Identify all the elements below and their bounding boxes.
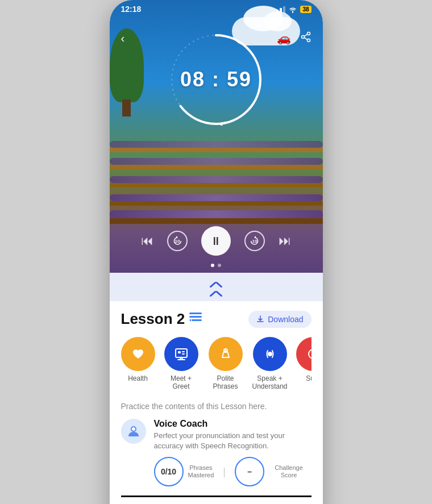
- car-icon[interactable]: 🚗: [277, 31, 291, 45]
- media-controls: ⏮ 10 ⏸ 10 ⏭: [110, 226, 323, 256]
- voice-coach-avatar: [121, 419, 146, 444]
- rewind-button[interactable]: 10: [167, 231, 188, 251]
- video-area: ‹ 🚗 // W: [110, 0, 323, 273]
- timer-container: // We'll draw ticks via the template inl…: [165, 28, 267, 131]
- challenge-score-circle[interactable]: –: [235, 457, 264, 486]
- collapse-icon: [208, 278, 224, 295]
- category-su[interactable]: Su...: [296, 337, 311, 390]
- share-icon[interactable]: [300, 31, 311, 45]
- svg-point-3: [307, 32, 310, 35]
- pause-button[interactable]: ⏸: [201, 226, 231, 256]
- status-bar: 12:18 38: [110, 0, 323, 16]
- stat-separator: |: [223, 466, 226, 478]
- category-circle-health: [121, 337, 155, 371]
- voice-coach-card: Voice Coach Perfect your pronunciation a…: [121, 419, 311, 486]
- back-button[interactable]: ‹: [121, 32, 125, 45]
- content-area: Lesson 2 Download: [110, 301, 323, 504]
- rewind-label: 10: [175, 239, 180, 244]
- svg-point-21: [268, 352, 272, 356]
- svg-point-4: [301, 36, 304, 39]
- category-circle-speak: [253, 337, 287, 371]
- forward-button[interactable]: 10: [244, 231, 265, 251]
- svg-rect-1: [280, 8, 282, 13]
- lesson-title-row: Lesson 2: [121, 310, 202, 328]
- challenge-score-value: –: [247, 467, 252, 476]
- phrases-mastered-label: PhrasesMastered: [188, 464, 214, 479]
- lavender-field: [110, 114, 323, 227]
- phrases-label-container: PhrasesMastered: [188, 464, 214, 479]
- phone-frame: 12:18 38: [110, 0, 323, 504]
- svg-rect-14: [176, 349, 187, 357]
- categories-row: Health Meet + Greet: [121, 337, 311, 395]
- signal-icon: [276, 5, 285, 13]
- list-icon[interactable]: [189, 313, 202, 326]
- lesson-title: Lesson 2: [121, 310, 185, 328]
- category-speak[interactable]: Speak + Understand: [252, 337, 288, 390]
- svg-rect-11: [189, 313, 202, 314]
- svg-line-6: [304, 34, 307, 36]
- lesson-header: Lesson 2 Download: [121, 310, 311, 328]
- category-circle-su: [296, 337, 311, 371]
- category-meet-greet[interactable]: Meet + Greet: [163, 337, 200, 390]
- wifi-icon: [288, 5, 297, 13]
- svg-rect-16: [182, 351, 185, 352]
- practice-text: Practice the contents of this Lesson her…: [121, 402, 311, 411]
- category-health[interactable]: Health: [121, 337, 155, 390]
- challenge-score-label: Challenge Score: [269, 464, 309, 479]
- voice-coach-info: Voice Coach Perfect your pronunciation a…: [154, 419, 311, 486]
- svg-rect-15: [178, 351, 181, 353]
- svg-point-22: [309, 349, 311, 359]
- pause-icon: ⏸: [210, 235, 222, 248]
- svg-point-24: [132, 427, 135, 431]
- dot-1: [211, 264, 214, 267]
- category-label-health: Health: [128, 374, 148, 382]
- nav-right: 🚗: [277, 31, 311, 45]
- category-label-speak: Speak + Understand: [252, 374, 288, 390]
- svg-rect-0: [276, 10, 279, 13]
- pagination-dots: [211, 264, 221, 267]
- chevron-banner[interactable]: [110, 273, 323, 301]
- challenge-label-container: Challenge Score: [269, 464, 309, 479]
- skip-forward-button[interactable]: ⏭: [279, 234, 291, 248]
- svg-line-7: [304, 38, 307, 40]
- skip-back-button[interactable]: ⏮: [141, 234, 153, 248]
- forward-label: 10: [252, 239, 257, 244]
- svg-rect-13: [192, 319, 202, 321]
- voice-coach-desc: Perfect your pronunciation and test your…: [154, 431, 311, 451]
- download-button[interactable]: Download: [248, 311, 311, 328]
- svg-point-5: [307, 39, 310, 42]
- category-polite[interactable]: Polite Phrases: [207, 337, 244, 390]
- category-circle-meet: [164, 337, 198, 371]
- phrases-mastered-value: 0/10: [161, 467, 176, 476]
- category-label-meet: Meet + Greet: [163, 374, 200, 390]
- timer-display: 08 : 59: [180, 68, 252, 91]
- category-label-su: Su...: [306, 374, 311, 382]
- svg-rect-12: [189, 316, 202, 318]
- battery-badge: 38: [300, 6, 311, 13]
- voice-coach-title: Voice Coach: [154, 419, 311, 429]
- category-circle-polite: [209, 337, 243, 371]
- voice-coach-stats: 0/10 PhrasesMastered | – Challenge Score: [154, 457, 311, 486]
- svg-rect-2: [283, 6, 285, 13]
- dot-2: [218, 264, 221, 267]
- status-time: 12:18: [121, 5, 142, 14]
- download-icon: [256, 315, 264, 323]
- download-label: Download: [268, 315, 303, 324]
- reading-section: Reading: [121, 495, 311, 504]
- category-label-polite: Polite Phrases: [207, 374, 244, 390]
- phrases-mastered-circle[interactable]: 0/10: [154, 457, 184, 486]
- status-icons: 38: [276, 5, 311, 13]
- svg-rect-17: [182, 353, 185, 355]
